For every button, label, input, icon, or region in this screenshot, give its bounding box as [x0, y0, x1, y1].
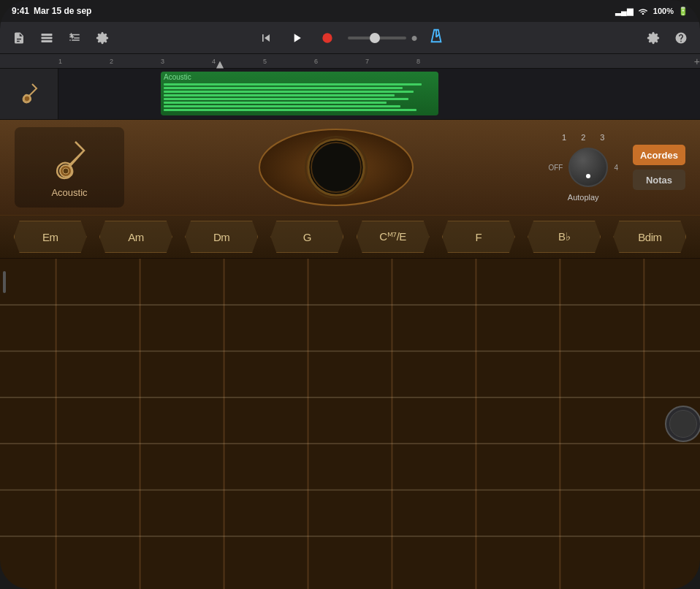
home-button[interactable] [665, 406, 700, 442]
date-display: Mar 15 de sep [34, 6, 91, 16]
off-label: OFF [548, 164, 563, 172]
ruler-mark-4: 4 [212, 58, 216, 65]
acoustic-region[interactable]: Acoustic [161, 72, 438, 115]
ruler-mark-3: 3 [161, 58, 164, 65]
autoplay-num-4: 4 [614, 164, 618, 172]
time-display: 9:41 [12, 6, 29, 16]
play-button[interactable] [286, 28, 307, 48]
track-lanes[interactable]: Acoustic [58, 69, 700, 119]
tempo-slider[interactable] [348, 37, 406, 39]
signal-icon: ▂▄▆ [615, 7, 633, 16]
chord-button-5[interactable]: F [442, 221, 515, 253]
circle-dot: ● [411, 31, 418, 45]
slider-thumb [370, 33, 380, 43]
mode-buttons: Acordes Notas [633, 145, 685, 190]
waveform [164, 83, 435, 111]
autoplay-num-3: 3 [600, 133, 604, 142]
tracks-area: 1 2 3 4 5 6 7 8 + Acou [0, 54, 700, 120]
chord-button-0[interactable]: Em [14, 221, 87, 253]
chord-button-4[interactable]: Cᴹ⁷/E [357, 221, 430, 253]
instrument-panel: Acoustic [0, 120, 700, 215]
home-button-inner [669, 410, 697, 438]
ruler-mark-6: 6 [314, 58, 318, 65]
track-icon [15, 80, 44, 109]
fretboard-svg [0, 259, 700, 589]
status-right: ▂▄▆ 100% 🔋 [615, 6, 688, 16]
svg-point-8 [24, 96, 30, 102]
fretboard[interactable] [0, 259, 700, 589]
status-bar: 9:41 Mar 15 de sep ▂▄▆ 100% 🔋 [0, 0, 700, 22]
status-left: 9:41 Mar 15 de sep [12, 6, 91, 16]
chords-button[interactable]: Acordes [633, 145, 685, 165]
autoplay-num-2: 2 [581, 133, 585, 142]
ruler-mark-7: 7 [365, 58, 369, 65]
instrument-selector[interactable]: Acoustic [15, 127, 124, 208]
chord-button-3[interactable]: G [270, 221, 343, 253]
battery-display: 100% [653, 7, 674, 15]
autoplay-label: Autoplay [568, 193, 599, 202]
mixer-button[interactable] [64, 28, 85, 48]
battery-icon: 🔋 [678, 7, 688, 16]
toolbar-right [464, 28, 691, 48]
svg-rect-1 [42, 37, 53, 39]
chord-button-2[interactable]: Dm [185, 221, 258, 253]
rewind-button[interactable] [256, 28, 276, 48]
autoplay-knob[interactable] [568, 148, 608, 187]
track-header [0, 69, 58, 119]
ruler-mark-8: 8 [416, 58, 420, 65]
svg-point-4 [322, 33, 332, 42]
chord-button-1[interactable]: Am [99, 221, 172, 253]
new-track-button[interactable] [9, 28, 29, 48]
toolbar-left [9, 28, 236, 48]
ruler-mark-1: 1 [58, 58, 62, 65]
chord-button-7[interactable]: Bdim [613, 221, 686, 253]
side-button[interactable] [3, 271, 6, 293]
add-track-button[interactable]: + [694, 56, 700, 67]
help-button[interactable] [671, 28, 691, 48]
svg-rect-0 [42, 34, 53, 36]
chords-bar: EmAmDmGCᴹ⁷/EFB♭Bdim [0, 215, 700, 259]
autoplay-section: 1 2 3 OFF 4 Autoplay [548, 133, 618, 202]
guitar-body-area [139, 127, 533, 208]
autoplay-num-1: 1 [562, 133, 566, 142]
autoplay-knob-row: OFF 4 [548, 148, 618, 187]
record-button[interactable] [317, 28, 338, 48]
tempo-slider-area: ● [348, 31, 418, 45]
svg-point-10 [63, 168, 69, 174]
playhead-head [216, 61, 224, 69]
autoplay-numbers: 1 2 3 [562, 133, 604, 142]
tracks-content: Acoustic [0, 69, 700, 119]
ruler: 1 2 3 4 5 6 7 8 + [0, 54, 700, 69]
notes-button[interactable]: Notas [633, 170, 685, 190]
controls-button[interactable] [92, 28, 113, 48]
region-label: Acoustic [161, 72, 438, 83]
chord-button-6[interactable]: B♭ [528, 221, 601, 253]
settings-button[interactable] [643, 28, 663, 48]
ruler-mark-2: 2 [110, 58, 113, 65]
instrument-name-label: Acoustic [51, 187, 87, 198]
svg-point-13 [311, 142, 361, 192]
knob-indicator [586, 174, 590, 178]
ruler-mark-5: 5 [263, 58, 267, 65]
metronome-icon[interactable] [428, 28, 444, 48]
wifi-icon [637, 6, 649, 16]
toolbar: ● [0, 22, 700, 54]
toolbar-center: ● [236, 28, 463, 48]
svg-rect-2 [42, 40, 53, 42]
track-view-button[interactable] [37, 28, 57, 48]
